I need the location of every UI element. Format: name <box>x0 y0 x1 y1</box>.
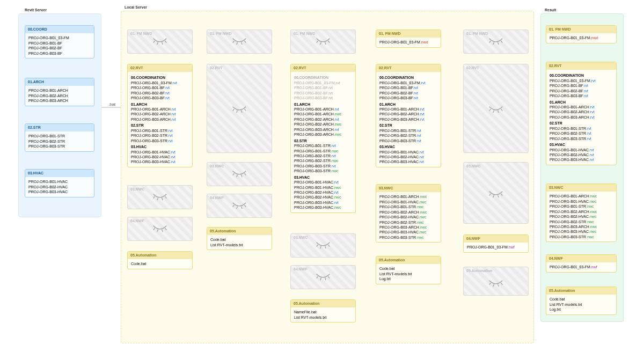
file-item: PROJ-ORG-B03-HVAC.nwc <box>379 230 437 234</box>
revit-coord: 00.COORD PROJ-ORG-B01_03-FMPROJ-ORG-B01-… <box>25 25 94 58</box>
svg-line-13 <box>237 42 238 45</box>
svg-line-55 <box>501 283 503 285</box>
list-item: NameFile.bat <box>294 310 352 314</box>
closed-eye-icon <box>291 273 355 286</box>
c3-fmnwd-closed: 01. FM NWD <box>290 30 356 54</box>
file-item: PROJ-ORG-B02-ARCH.nwc <box>294 122 352 127</box>
file-item: PROJ-ORG-B02-ARCH.rvt <box>294 117 352 122</box>
file-item: PROJ-ORG-B03-ARCH.nwc <box>550 224 613 229</box>
svg-line-6 <box>162 198 163 200</box>
svg-line-49 <box>493 195 494 197</box>
c2-auto-title: 05.Automation <box>207 228 272 235</box>
list-item: PROJ-ORG-B02-ARCH <box>28 93 91 98</box>
svg-line-5 <box>157 198 158 200</box>
file-item: PROJ-ORG-B03-STR.nwc <box>379 235 437 240</box>
revit-hvac-body: PROJ-ORG-B01-HVACPROJ-ORG-B02-HVACPROJ-O… <box>25 177 94 196</box>
file-item: PROJ-ORG-B01_03-FM.rvt <box>550 78 613 83</box>
file-item: PROJ-ORG-B02-ARCH.rvt <box>550 109 613 114</box>
list-item: PROJ-ORG-B02-HVAC <box>28 185 91 189</box>
file-item: PROJ-ORG-B02-STR.rvt <box>550 131 613 136</box>
file-item: PROJ-ORG-B02-HVAC.rvt <box>294 190 352 195</box>
svg-line-2 <box>162 42 163 45</box>
svg-line-16 <box>233 109 235 112</box>
svg-line-1 <box>157 42 158 45</box>
svg-line-12 <box>233 41 235 43</box>
c4-fm-title: 01. FM NWD <box>376 30 441 38</box>
file-item: PROJ-ORG-B02-STR.nwc <box>294 158 352 163</box>
closed-eye-icon <box>464 38 528 50</box>
file-item: PROJ-ORG-B01-ARCH.nwc <box>550 194 613 199</box>
file-item: PROJ-ORG-B01-STR.rvt <box>550 126 613 131</box>
c4-auto-title: 05.Automation <box>376 256 441 264</box>
result-title: Result <box>545 8 556 12</box>
file-item: PROJ-ORG-B01-STR.nwc <box>294 149 352 153</box>
file-item: PROJ-ORG-B03-BF.rvt <box>131 96 189 100</box>
file-item: PROJ-ORG-B01-ARCH.nwc <box>379 194 437 199</box>
file-item: PROJ-ORG-B01_03-FM.nwf <box>467 245 525 250</box>
r-fm: 01. FM NWD PROJ-ORG-B01_03-FM.nwd <box>546 25 617 43</box>
list-item: List RVT-models.txt <box>550 302 613 307</box>
file-item: PROJ-ORG-B03-HVAC.rvt <box>550 157 613 162</box>
c4-nwc: 03.NWC PROJ-ORG-B01-ARCH.nwcPROJ-ORG-B01… <box>376 184 441 243</box>
svg-line-20 <box>233 174 235 176</box>
svg-line-52 <box>489 283 491 285</box>
revit-str-body: PROJ-ORG-B01-STRPROJ-ORG-B02-STRPROJ-ORG… <box>25 131 94 151</box>
svg-line-53 <box>493 284 494 287</box>
c4-auto-body: Code.batList RVT-models.txtLog.txt <box>376 264 441 283</box>
file-item: PROJ-ORG-B02-ARCH.rvt <box>379 112 437 116</box>
svg-line-41 <box>493 42 494 45</box>
section-heading: 02.STR <box>379 123 437 128</box>
file-item: PROJ-ORG-B03-BF.rvt <box>379 96 437 100</box>
list-item: PROJ-ORG-B03-STR <box>28 144 91 149</box>
file-item: PROJ-ORG-B01-HVAC.nwc <box>294 185 352 190</box>
section-heading: 01.ARCH <box>131 102 189 107</box>
c5-fmnwd-closed: 01. FM NWD <box>463 30 529 54</box>
file-item: PROJ-ORG-B02-STR.nwc <box>550 219 613 224</box>
r-rvt: 02.RVT 00.COORDINATIONPROJ-ORG-B01_03-FM… <box>546 62 617 165</box>
svg-line-22 <box>241 175 243 177</box>
svg-line-37 <box>320 278 321 280</box>
revit-hvac: 03.HVAC PROJ-ORG-B01-HVACPROJ-ORG-B02-HV… <box>25 169 94 197</box>
list-item: List RVT-models.txt <box>379 272 437 276</box>
file-item: PROJ-ORG-B01-STR.nwc <box>379 204 437 209</box>
c5-rvt-closed: 02.RVT <box>463 64 529 153</box>
list-item: PROJ-ORG-B03-ARCH <box>28 98 91 103</box>
c3-automation: 05.Automation NameFile.batList RVT-model… <box>290 299 356 322</box>
revit-arch-title: 01.ARCH <box>25 78 94 86</box>
c1-nwf-closed: 04.NWF <box>127 217 193 241</box>
file-item: PROJ-ORG-B03-STR.nwc <box>294 168 352 173</box>
section-heading: 01.ARCH <box>550 100 613 105</box>
svg-line-46 <box>498 111 499 113</box>
svg-line-35 <box>328 245 330 247</box>
c3-auto-title: 05.Automation <box>291 300 355 307</box>
file-item: PROJ-ORG-B03-ARCH.rvt <box>550 115 613 120</box>
list-item: PROJ-ORG-B02-STR <box>28 139 91 144</box>
svg-line-8 <box>153 229 155 231</box>
file-item: PROJ-ORG-B03-ARCH.nwc <box>379 225 437 230</box>
svg-line-21 <box>237 175 238 177</box>
section-heading: 02.STR <box>294 138 352 143</box>
c2-nwc-closed: 03.NWC <box>207 162 272 186</box>
closed-eye-icon <box>291 241 355 254</box>
c2-automation: 05.Automation Code.batList RVT-models.tx… <box>207 227 272 250</box>
c3-rvt-title: 02.RVT <box>291 64 355 72</box>
file-item: PROJ-ORG-B02-HVAC.rvt <box>550 152 613 157</box>
section-heading: 00.COORDINATION <box>379 75 437 80</box>
list-item: Code.bat <box>379 266 437 271</box>
svg-line-33 <box>320 246 321 248</box>
svg-line-51 <box>501 194 503 196</box>
file-item: PROJ-ORG-B01-HVAC.rvt <box>379 150 437 155</box>
c5-auto-closed: 05.Automation <box>463 267 529 296</box>
svg-line-10 <box>162 230 163 232</box>
file-item: PROJ-ORG-B01_03-FM.nwd <box>550 35 613 40</box>
file-item: PROJ-ORG-B01-HVAC.rvt <box>131 150 189 155</box>
svg-line-47 <box>501 109 503 112</box>
closed-eye-icon <box>207 38 272 50</box>
c1-rvt-body: 00.COORDINATIONPROJ-ORG-B01_03-FM.rvtPRO… <box>128 72 192 166</box>
svg-line-0 <box>153 41 155 43</box>
file-item: PROJ-ORG-B01-STR.rvt <box>379 128 437 133</box>
svg-line-7 <box>165 197 167 199</box>
file-item: PROJ-ORG-B01_03-FM.nwd <box>379 40 437 45</box>
c5-nwf-body: PROJ-ORG-B01_03-FM.nwf <box>464 243 528 252</box>
svg-line-11 <box>165 229 167 231</box>
